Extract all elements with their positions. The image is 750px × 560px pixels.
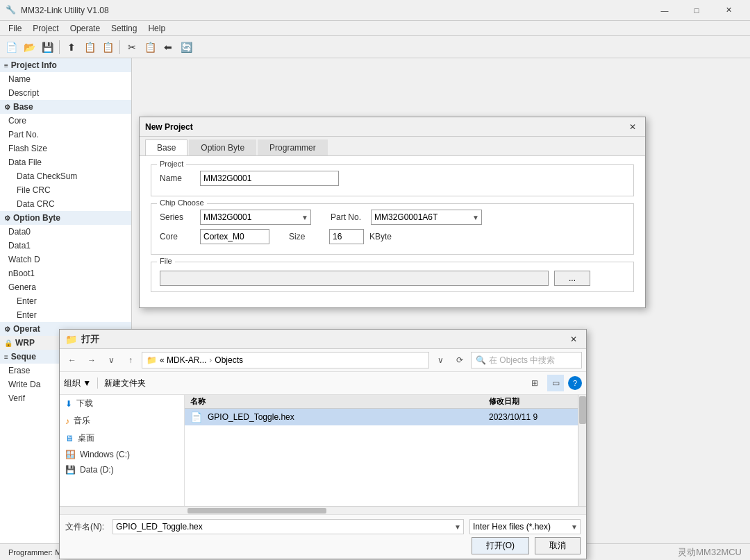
filename-wrapper: GPIO_LED_Toggle.hex ▼ [112, 519, 464, 534]
tab-base[interactable]: Base [145, 139, 188, 155]
right-pane-scroll: 名称 修改日期 📄 GPIO_LED_Toggle.hex 2023/10/11… [185, 395, 586, 506]
core-input[interactable] [200, 229, 269, 244]
sidebar-item-datafile[interactable]: Data File [0, 155, 131, 169]
core-label: Core [160, 232, 194, 241]
left-item-download[interactable]: ⬇ 下载 [60, 395, 184, 412]
nav-down-btn[interactable]: ∨ [103, 352, 119, 368]
organize-btn[interactable]: 组织 ▼ [64, 377, 91, 389]
filetype-select[interactable]: Inter Hex files (*.hex) [469, 519, 581, 534]
left-item-windows[interactable]: 🪟 Windows (C:) [60, 447, 184, 462]
series-select[interactable]: MM32G0001 [200, 210, 311, 225]
file-dialog-title: 打开 [81, 333, 567, 346]
scrollbar-thumb[interactable] [579, 396, 586, 424]
sidebar-item-core[interactable]: Core [0, 114, 131, 128]
file-section-label: File [157, 257, 175, 265]
window-controls: — □ ✕ [649, 0, 744, 21]
nav-back-btn[interactable]: ← [64, 352, 81, 368]
sidebar-seque-label: Seque [11, 352, 36, 362]
chip-row2: Core Size KByte [160, 229, 625, 244]
menu-file[interactable]: File [3, 22, 27, 35]
search-placeholder: 在 Objects 中搜索 [489, 355, 555, 366]
sidebar-item-enter2[interactable]: Enter [0, 308, 131, 322]
sidebar-item-enter1[interactable]: Enter [0, 294, 131, 308]
toolbar-save[interactable]: 💾 [39, 39, 56, 56]
toolbar-refresh[interactable]: 🔄 [178, 39, 194, 56]
toolbar-copy3[interactable]: 📋 [142, 39, 158, 56]
nav-forward-btn[interactable]: → [83, 352, 100, 368]
seque-icon: ≡ [4, 353, 8, 361]
toolbar-undo[interactable]: ⬅ [160, 39, 176, 56]
menu-help[interactable]: Help [142, 22, 171, 35]
toolbar-sep-1 [59, 40, 60, 54]
menu-operate[interactable]: Operate [65, 22, 106, 35]
sidebar-base-label: Base [13, 102, 33, 112]
series-select-wrapper: MM32G0001 ▼ [200, 210, 311, 225]
left-item-music[interactable]: ♪ 音乐 [60, 412, 184, 430]
sidebar-item-watchd[interactable]: Watch D [0, 253, 131, 266]
toolbar-copy2[interactable]: 📋 [99, 39, 116, 56]
base-icon: ⚙ [4, 103, 10, 111]
view-grid-btn[interactable]: ⊞ [526, 375, 543, 391]
open-btn[interactable]: 打开(O) [472, 537, 529, 554]
sidebar-item-nboot1[interactable]: nBoot1 [0, 266, 131, 280]
toolbar-sep-2 [119, 40, 120, 54]
left-item-datad[interactable]: 💾 Data (D:) [60, 462, 184, 477]
new-project-title: New Project [145, 122, 626, 132]
scrollbar-track[interactable] [578, 395, 586, 506]
toolbar-open[interactable]: 📂 [21, 39, 38, 56]
nav-refresh-btn[interactable]: ⟳ [451, 352, 468, 368]
filetype-wrapper: Inter Hex files (*.hex) ▼ [469, 519, 581, 534]
minimize-btn[interactable]: — [649, 0, 681, 21]
tab-programmer[interactable]: Programmer [258, 139, 328, 155]
search-box[interactable]: 🔍 在 Objects 中搜索 [471, 352, 582, 368]
h-scrollbar-thumb[interactable] [188, 508, 326, 514]
search-icon: 🔍 [476, 355, 486, 365]
dialog-content: Project Name Chip Choose Series MM32G000… [140, 156, 645, 307]
nav-sep: › [209, 355, 212, 365]
sidebar-item-data0[interactable]: Data0 [0, 225, 131, 239]
size-input[interactable] [329, 229, 364, 244]
menu-project[interactable]: Project [27, 22, 64, 35]
sidebar-item-filecrc[interactable]: File CRC [0, 183, 131, 197]
sidebar-item-name[interactable]: Name [0, 72, 131, 86]
nav-up-btn[interactable]: ↑ [122, 352, 139, 368]
maximize-btn[interactable]: □ [681, 0, 712, 21]
tab-option-byte[interactable]: Option Byte [189, 139, 256, 155]
cancel-btn[interactable]: 取消 [535, 537, 581, 554]
sidebar-item-genera[interactable]: Genera [0, 280, 131, 294]
hex-file-date: 2023/10/11 9 [489, 412, 572, 422]
help-btn[interactable]: ? [568, 376, 582, 390]
sidebar-section-project-info[interactable]: ≡ Project Info [0, 58, 131, 72]
view-detail-btn[interactable]: ▭ [547, 375, 564, 391]
file-row-hex[interactable]: 📄 GPIO_LED_Toggle.hex 2023/10/11 9 [185, 409, 578, 425]
titlebar: 🔧 MM32-Link Utility V1.08 — □ ✕ [0, 0, 750, 21]
close-btn[interactable]: ✕ [712, 0, 744, 21]
sidebar-section-optionbyte[interactable]: ⚙ Option Byte [0, 211, 131, 225]
sidebar-item-flashsize[interactable]: Flash Size [0, 142, 131, 155]
left-item-desktop[interactable]: 🖥 桌面 [60, 430, 184, 447]
file-path-input[interactable] [160, 271, 549, 286]
sidebar-item-datacrc[interactable]: Data CRC [0, 197, 131, 211]
file-dialog-close[interactable]: ✕ [567, 332, 581, 346]
new-folder-btn[interactable]: 新建文件夹 [104, 377, 146, 389]
toolbar-new[interactable]: 📄 [3, 39, 19, 56]
sidebar-section-base[interactable]: ⚙ Base [0, 100, 131, 114]
new-project-tabs: Base Option Byte Programmer [140, 137, 645, 156]
sidebar-item-data1[interactable]: Data1 [0, 239, 131, 253]
partno-select[interactable]: MM32G0001A6T [371, 210, 482, 225]
toolbar-upload[interactable]: ⬆ [63, 39, 80, 56]
file-open-dialog: 📁 打开 ✕ ← → ∨ ↑ 📁 « MDK-AR... › Objects ∨… [59, 329, 587, 559]
sidebar-item-descript[interactable]: Descript [0, 86, 131, 100]
filename-select[interactable]: GPIO_LED_Toggle.hex [112, 519, 464, 534]
toolbar-cut[interactable]: ✂ [124, 39, 140, 56]
windows-icon: 🪟 [65, 450, 76, 459]
new-project-close[interactable]: ✕ [626, 120, 640, 134]
project-name-input[interactable] [200, 171, 339, 186]
file-browse-btn[interactable]: ... [554, 271, 590, 286]
menu-setting[interactable]: Setting [106, 22, 142, 35]
nav-dropdown-btn[interactable]: ∨ [432, 352, 449, 368]
toolbar-copy1[interactable]: 📋 [81, 39, 98, 56]
sidebar-item-datachecksum[interactable]: Data CheckSum [0, 169, 131, 183]
nav-path[interactable]: 📁 « MDK-AR... › Objects [142, 352, 429, 368]
sidebar-item-partno[interactable]: Part No. [0, 128, 131, 142]
